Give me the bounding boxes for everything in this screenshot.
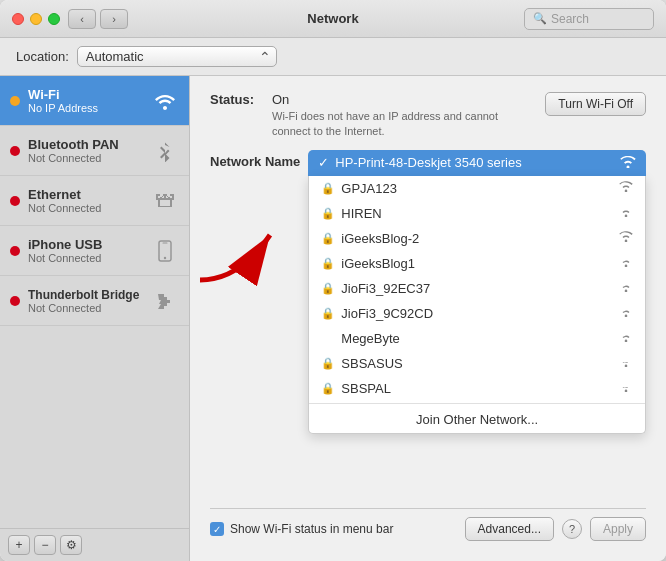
sidebar-item-iphone[interactable]: iPhone USB Not Connected xyxy=(0,226,189,276)
network-name-label: Network Name xyxy=(210,150,300,169)
location-select[interactable]: Automatic xyxy=(77,46,277,67)
help-button[interactable]: ? xyxy=(562,519,582,539)
list-item[interactable]: 🔒 SBSASUS xyxy=(309,351,645,376)
add-network-button[interactable]: + xyxy=(8,535,30,555)
show-wifi-status-checkbox[interactable]: ✓ xyxy=(210,522,224,536)
ethernet-icon xyxy=(151,187,179,215)
sidebar-item-text-thunderbolt: Thunderbolt Bridge Not Connected xyxy=(28,288,143,314)
network-settings-button[interactable]: ⚙ xyxy=(60,535,82,555)
wifi-signal-icon xyxy=(619,181,633,195)
lock-icon: 🔒 xyxy=(321,232,335,245)
list-item[interactable]: 🔒 MegeByte xyxy=(309,326,645,351)
thunderbolt-icon xyxy=(151,287,179,315)
forward-button[interactable]: › xyxy=(100,9,128,29)
minimize-button[interactable] xyxy=(30,13,42,25)
search-icon: 🔍 xyxy=(533,12,547,25)
network-item-name: SBSASUS xyxy=(341,356,613,371)
network-window: ‹ › Network 🔍 Search Location: Automatic… xyxy=(0,0,666,561)
show-wifi-status-label: Show Wi-Fi status in menu bar xyxy=(230,522,393,536)
network-item-name: JioFi3_9C92CD xyxy=(341,306,613,321)
close-button[interactable] xyxy=(12,13,24,25)
sidebar-item-text-iphone: iPhone USB Not Connected xyxy=(28,237,143,264)
main-content: Wi-Fi No IP Address Bluetooth PAN Not Co… xyxy=(0,76,666,561)
lock-icon: 🔒 xyxy=(321,257,335,270)
sidebar-bottom-bar: + − ⚙ xyxy=(0,528,189,561)
svg-point-1 xyxy=(164,256,166,258)
sidebar-item-text-ethernet: Ethernet Not Connected xyxy=(28,187,143,214)
list-item[interactable]: 🔒 JioFi3_92EC37 xyxy=(309,276,645,301)
selected-network-name: HP-Print-48-Deskjet 3540 series xyxy=(335,155,614,170)
network-item-name: SBSPAL xyxy=(341,381,613,396)
checkmark-icon: ✓ xyxy=(213,524,221,535)
wifi-signal-icon xyxy=(619,356,633,370)
nav-buttons: ‹ › xyxy=(68,9,128,29)
status-dot-bluetooth xyxy=(10,146,20,156)
sidebar-item-text-bluetooth: Bluetooth PAN Not Connected xyxy=(28,137,143,164)
sidebar-item-name-bluetooth: Bluetooth PAN xyxy=(28,137,143,152)
lock-icon: 🔒 xyxy=(321,207,335,220)
lock-icon: 🔒 xyxy=(321,182,335,195)
dropdown-selected-item[interactable]: ✓ HP-Print-48-Deskjet 3540 series xyxy=(308,150,646,176)
list-item[interactable]: 🔒 iGeeksBlog-2 xyxy=(309,226,645,251)
network-dropdown[interactable]: ✓ HP-Print-48-Deskjet 3540 series 🔒 GPJ xyxy=(308,150,646,434)
network-name-row: Network Name ✓ xyxy=(210,150,646,434)
arrow-overlay xyxy=(190,210,310,294)
wifi-signal-icon xyxy=(619,256,633,270)
lock-icon: 🔒 xyxy=(321,382,335,395)
wifi-signal-icon-selected xyxy=(620,155,636,171)
sidebar-item-thunderbolt[interactable]: Thunderbolt Bridge Not Connected xyxy=(0,276,189,326)
window-title: Network xyxy=(307,11,358,26)
status-dot-thunderbolt xyxy=(10,296,20,306)
wifi-icon xyxy=(151,87,179,115)
location-label: Location: xyxy=(16,49,69,64)
sidebar-item-ethernet[interactable]: Ethernet Not Connected xyxy=(0,176,189,226)
titlebar: ‹ › Network 🔍 Search xyxy=(0,0,666,38)
main-panel: Status: On Wi-Fi does not have an IP add… xyxy=(190,76,666,561)
sidebar-item-status-thunderbolt: Not Connected xyxy=(28,302,143,314)
bottom-bar: ✓ Show Wi-Fi status in menu bar Advanced… xyxy=(210,508,646,545)
sidebar-item-text-wifi: Wi-Fi No IP Address xyxy=(28,87,143,114)
sidebar: Wi-Fi No IP Address Bluetooth PAN Not Co… xyxy=(0,76,190,561)
network-item-name: HIREN xyxy=(341,206,613,221)
sidebar-item-status-wifi: No IP Address xyxy=(28,102,143,114)
lock-icon: 🔒 xyxy=(321,282,335,295)
wifi-signal-icon xyxy=(619,206,633,220)
list-item[interactable]: 🔒 HIREN xyxy=(309,201,645,226)
advanced-button[interactable]: Advanced... xyxy=(465,517,554,541)
status-value: On xyxy=(272,92,533,107)
checkmark-icon: ✓ xyxy=(318,155,329,170)
back-button[interactable]: ‹ xyxy=(68,9,96,29)
network-list: 🔒 GPJA123 🔒 HIREN xyxy=(308,176,646,434)
location-toolbar: Location: Automatic ⌃ xyxy=(0,38,666,76)
status-dot-iphone xyxy=(10,246,20,256)
list-item[interactable]: 🔒 SBSPAL xyxy=(309,376,645,401)
sidebar-item-name-iphone: iPhone USB xyxy=(28,237,143,252)
sidebar-item-status-iphone: Not Connected xyxy=(28,252,143,264)
bluetooth-icon xyxy=(151,137,179,165)
sidebar-item-name-ethernet: Ethernet xyxy=(28,187,143,202)
status-description: Wi-Fi does not have an IP address and ca… xyxy=(272,109,533,140)
join-other-network-button[interactable]: Join Other Network... xyxy=(309,406,645,433)
svg-rect-2 xyxy=(163,242,168,243)
network-item-name: iGeeksBlog1 xyxy=(341,256,613,271)
maximize-button[interactable] xyxy=(48,13,60,25)
remove-network-button[interactable]: − xyxy=(34,535,56,555)
sidebar-item-wifi[interactable]: Wi-Fi No IP Address xyxy=(0,76,189,126)
status-dot-ethernet xyxy=(10,196,20,206)
sidebar-item-bluetooth[interactable]: Bluetooth PAN Not Connected xyxy=(0,126,189,176)
wifi-signal-icon xyxy=(619,381,633,395)
sidebar-item-status-ethernet: Not Connected xyxy=(28,202,143,214)
apply-button[interactable]: Apply xyxy=(590,517,646,541)
list-item[interactable]: 🔒 GPJA123 xyxy=(309,176,645,201)
list-item[interactable]: 🔒 JioFi3_9C92CD xyxy=(309,301,645,326)
sidebar-item-status-bluetooth: Not Connected xyxy=(28,152,143,164)
search-box[interactable]: 🔍 Search xyxy=(524,8,654,30)
status-row: Status: On Wi-Fi does not have an IP add… xyxy=(210,92,646,140)
list-item[interactable]: 🔒 iGeeksBlog1 xyxy=(309,251,645,276)
wifi-signal-icon xyxy=(619,331,633,345)
turn-wifi-off-button[interactable]: Turn Wi-Fi Off xyxy=(545,92,646,116)
network-item-name: MegeByte xyxy=(341,331,613,346)
wifi-signal-icon xyxy=(619,281,633,295)
lock-icon: 🔒 xyxy=(321,357,335,370)
sidebar-item-name-thunderbolt: Thunderbolt Bridge xyxy=(28,288,143,302)
